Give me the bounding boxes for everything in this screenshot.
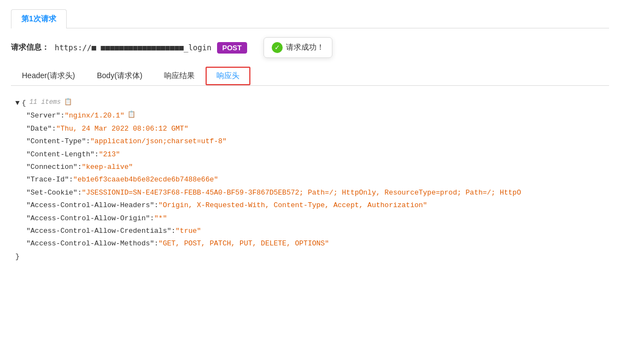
tab-response-header[interactable]: 响应头 <box>206 67 250 85</box>
json-line-allow-credentials: "Access-Control-Allow-Credentials" : "tr… <box>11 225 609 237</box>
tab-header[interactable]: Header(请求头) <box>11 67 86 85</box>
json-viewer: ▼ { 11 items 📋 "Server" : "nginx/1.20.1"… <box>11 92 609 267</box>
json-line-server: "Server" : "nginx/1.20.1" 📋 <box>11 109 609 122</box>
json-line-content-type: "Content-Type" : "application/json;chars… <box>11 135 609 148</box>
json-close-brace: } <box>15 250 20 263</box>
tab-first-request[interactable]: 第1次请求 <box>11 9 67 28</box>
json-line-content-length: "Content-Length" : "213" <box>11 148 609 161</box>
json-line-allow-headers: "Access-Control-Allow-Headers" : "Origin… <box>11 199 609 212</box>
copy-root-icon[interactable]: 📋 <box>64 97 73 105</box>
json-line-connection: "Connection" : "keep-alive" <box>11 161 609 173</box>
json-line-trace-id: "Trace-Id" : "eb1e6f3caaeb4b6e82ecde6b74… <box>11 173 609 186</box>
request-info-row: 请求信息： https://■ ■■■■■■■■■■■■■■■■■■_login… <box>11 37 609 58</box>
json-line-allow-origin: "Access-Control-Allow-Origin" : "*" <box>11 212 609 225</box>
json-item-count: 11 items <box>30 97 61 109</box>
main-container: 第1次请求 请求信息： https://■ ■■■■■■■■■■■■■■■■■■… <box>0 0 620 276</box>
success-text: 请求成功！ <box>286 43 324 52</box>
method-badge: POST <box>217 42 247 54</box>
json-root-line: ▼ { 11 items 📋 <box>11 97 609 109</box>
request-info-label: 请求信息： <box>11 43 49 52</box>
request-url: https://■ ■■■■■■■■■■■■■■■■■■_login <box>55 43 212 52</box>
collapse-icon[interactable]: ▼ <box>15 97 20 109</box>
json-close-brace-line: } <box>11 250 609 263</box>
sub-tab-bar: Header(请求头) Body(请求体) 响应结果 响应头 <box>11 67 609 86</box>
json-line-date: "Date" : "Thu, 24 Mar 2022 08:06:12 GMT" <box>11 122 609 135</box>
success-icon: ✓ <box>272 42 283 53</box>
top-tab-bar: 第1次请求 <box>11 9 609 28</box>
tab-body[interactable]: Body(请求体) <box>86 67 153 85</box>
tab-response-result[interactable]: 响应结果 <box>153 67 206 85</box>
json-open-brace: { <box>22 97 26 109</box>
json-line-set-cookie: "Set-Cookie" : "JSESSIONID=SN-E4E73F68-F… <box>11 186 609 199</box>
success-tooltip: ✓ 请求成功！ <box>264 37 332 58</box>
json-line-allow-methods: "Access-Control-Allow-Methods" : "GET, P… <box>11 237 609 250</box>
copy-server-icon[interactable]: 📋 <box>127 109 136 118</box>
